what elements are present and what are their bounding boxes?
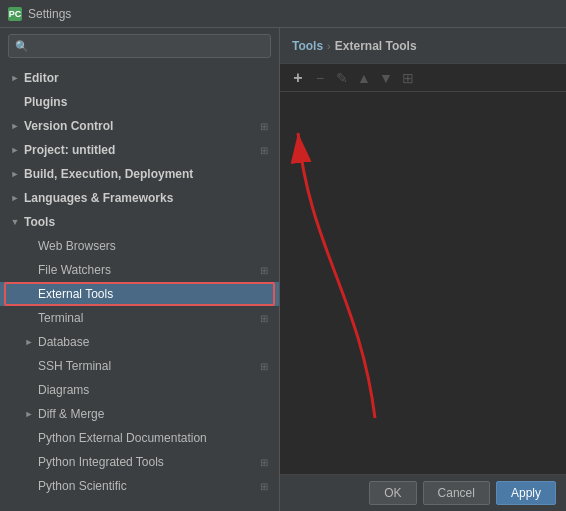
copy-button[interactable]: ⊞ bbox=[398, 68, 418, 88]
left-panel: 🔍 Editor Plugins Version Control bbox=[0, 28, 280, 511]
sidebar-item-label: Python Scientific bbox=[38, 479, 257, 493]
breadcrumb: Tools › External Tools bbox=[280, 28, 566, 64]
sidebar-item-label: Editor bbox=[24, 71, 271, 85]
arrow-icon bbox=[8, 167, 22, 181]
sidebar-item-python-ext-doc[interactable]: Python External Documentation bbox=[0, 426, 279, 450]
sidebar-item-version-control[interactable]: Version Control bbox=[0, 114, 279, 138]
sidebar-item-languages[interactable]: Languages & Frameworks bbox=[0, 186, 279, 210]
sidebar-item-label: External Tools bbox=[38, 287, 271, 301]
settings-icon bbox=[257, 359, 271, 373]
settings-icon bbox=[257, 311, 271, 325]
sidebar-item-build[interactable]: Build, Execution, Deployment bbox=[0, 162, 279, 186]
sidebar-item-label: File Watchers bbox=[38, 263, 257, 277]
move-up-button[interactable]: ▲ bbox=[354, 68, 374, 88]
arrow-icon bbox=[8, 119, 22, 133]
arrow-icon bbox=[22, 311, 36, 325]
arrow-icon bbox=[8, 215, 22, 229]
arrow-icon bbox=[8, 191, 22, 205]
sidebar-item-plugins[interactable]: Plugins bbox=[0, 90, 279, 114]
remove-button[interactable]: − bbox=[310, 68, 330, 88]
arrow-icon bbox=[22, 239, 36, 253]
sidebar-item-label: Project: untitled bbox=[24, 143, 257, 157]
settings-icon bbox=[257, 263, 271, 277]
right-panel: Tools › External Tools + − ✎ ▲ ▼ ⊞ bbox=[280, 28, 566, 511]
sidebar-item-project-untitled[interactable]: Project: untitled bbox=[0, 138, 279, 162]
window-title: Settings bbox=[28, 7, 71, 21]
sidebar-item-label: Python External Documentation bbox=[38, 431, 271, 445]
breadcrumb-separator: › bbox=[327, 40, 331, 52]
sidebar-item-label: Languages & Frameworks bbox=[24, 191, 271, 205]
arrow-icon bbox=[8, 95, 22, 109]
cancel-button[interactable]: Cancel bbox=[423, 481, 490, 505]
sidebar-item-terminal[interactable]: Terminal bbox=[0, 306, 279, 330]
sidebar-item-label: Diff & Merge bbox=[38, 407, 271, 421]
settings-icon bbox=[257, 143, 271, 157]
breadcrumb-parent: Tools bbox=[292, 39, 323, 53]
toolbar: + − ✎ ▲ ▼ ⊞ bbox=[280, 64, 566, 92]
content-area bbox=[280, 92, 566, 474]
sidebar-item-label: Python Integrated Tools bbox=[38, 455, 257, 469]
sidebar-item-database[interactable]: Database bbox=[0, 330, 279, 354]
arrow-icon bbox=[22, 479, 36, 493]
sidebar-item-label: Build, Execution, Deployment bbox=[24, 167, 271, 181]
sidebar-item-label: SSH Terminal bbox=[38, 359, 257, 373]
ok-button[interactable]: OK bbox=[369, 481, 416, 505]
settings-icon bbox=[257, 455, 271, 469]
dialog-footer: OK Cancel Apply bbox=[280, 474, 566, 511]
app-icon: PC bbox=[8, 7, 22, 21]
sidebar-item-web-browsers[interactable]: Web Browsers bbox=[0, 234, 279, 258]
sidebar-item-label: Version Control bbox=[24, 119, 257, 133]
sidebar-item-label: Database bbox=[38, 335, 271, 349]
arrow-icon bbox=[22, 287, 36, 301]
search-icon: 🔍 bbox=[15, 40, 29, 53]
title-bar: PC Settings bbox=[0, 0, 566, 28]
sidebar-item-diff-merge[interactable]: Diff & Merge bbox=[0, 402, 279, 426]
sidebar-item-file-watchers[interactable]: File Watchers bbox=[0, 258, 279, 282]
search-input[interactable] bbox=[33, 39, 264, 53]
settings-icon bbox=[257, 119, 271, 133]
apply-button[interactable]: Apply bbox=[496, 481, 556, 505]
sidebar-item-label: Plugins bbox=[24, 95, 271, 109]
add-button[interactable]: + bbox=[288, 68, 308, 88]
sidebar-item-label: Tools bbox=[24, 215, 271, 229]
arrow-icon bbox=[22, 383, 36, 397]
sidebar-item-label: Diagrams bbox=[38, 383, 271, 397]
sidebar-item-label: Web Browsers bbox=[38, 239, 271, 253]
sidebar-item-tools[interactable]: Tools bbox=[0, 210, 279, 234]
sidebar-item-python-integrated[interactable]: Python Integrated Tools bbox=[0, 450, 279, 474]
arrow-icon bbox=[22, 263, 36, 277]
breadcrumb-current: External Tools bbox=[335, 39, 417, 53]
move-down-button[interactable]: ▼ bbox=[376, 68, 396, 88]
sidebar-item-external-tools[interactable]: External Tools bbox=[0, 282, 279, 306]
sidebar-item-diagrams[interactable]: Diagrams bbox=[0, 378, 279, 402]
sidebar-item-editor[interactable]: Editor bbox=[0, 66, 279, 90]
arrow-icon bbox=[22, 431, 36, 445]
arrow-icon bbox=[22, 359, 36, 373]
arrow-icon bbox=[8, 143, 22, 157]
sidebar-item-python-scientific[interactable]: Python Scientific bbox=[0, 474, 279, 498]
arrow-icon bbox=[22, 455, 36, 469]
arrow-icon bbox=[8, 71, 22, 85]
settings-icon bbox=[257, 479, 271, 493]
sidebar-item-label: Terminal bbox=[38, 311, 257, 325]
main-layout: 🔍 Editor Plugins Version Control bbox=[0, 28, 566, 511]
annotation-arrow bbox=[280, 92, 566, 474]
arrow-icon bbox=[22, 407, 36, 421]
nav-tree: Editor Plugins Version Control Project: … bbox=[0, 64, 279, 511]
edit-button[interactable]: ✎ bbox=[332, 68, 352, 88]
sidebar-item-ssh-terminal[interactable]: SSH Terminal bbox=[0, 354, 279, 378]
arrow-icon bbox=[22, 335, 36, 349]
search-box[interactable]: 🔍 bbox=[8, 34, 271, 58]
